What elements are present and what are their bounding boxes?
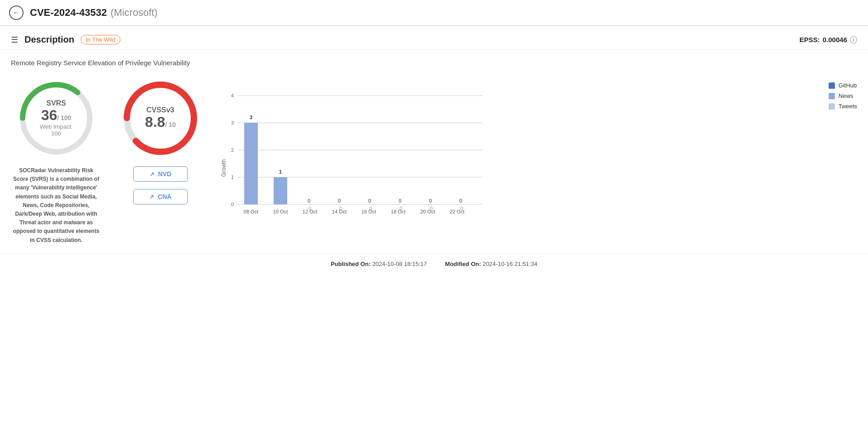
legend-news: News [829, 92, 857, 99]
svg-text:0: 0 [429, 198, 432, 203]
cvss-label: CVSSv3 [145, 106, 176, 114]
chart-area: 0 1 2 3 4 Growth 3 1 [219, 77, 857, 233]
back-icon: ← [13, 9, 20, 17]
published-date: Published On: 2024-10-08 18:15:17 [331, 261, 427, 267]
epss-value: 0.00046 [823, 36, 847, 44]
cvss-number: 8.8 [145, 114, 165, 130]
modified-label: Modified On: [445, 261, 481, 267]
section-header: ☰ Description In The Wild EPSS: 0.00046 … [0, 26, 868, 50]
epss-container: EPSS: 0.00046 i [800, 36, 857, 44]
nvd-external-icon: ↗ [149, 171, 154, 178]
svg-text:0: 0 [399, 198, 401, 203]
svrs-gauge-container: SVRS 36/ 100 Web Impact: 100 SOCRadar Vu… [11, 77, 101, 245]
svg-text:18 Oct: 18 Oct [391, 209, 405, 214]
svg-text:16 Oct: 16 Oct [362, 209, 376, 214]
svg-text:0: 0 [338, 198, 341, 203]
section-left: ☰ Description In The Wild [11, 34, 121, 45]
svg-text:3: 3 [231, 120, 234, 126]
svg-text:Growth: Growth [221, 160, 227, 177]
chart-inner: 0 1 2 3 4 Growth 3 1 [219, 77, 820, 233]
svrs-value: 36/ 100 [36, 107, 77, 123]
svg-text:0: 0 [308, 198, 310, 203]
svrs-max: / 100 [57, 114, 71, 121]
cna-button[interactable]: ↗ CNA [133, 189, 188, 204]
published-value: 2024-10-08 18:15:17 [372, 261, 427, 267]
svg-text:1: 1 [231, 174, 234, 180]
back-button[interactable]: ← [9, 5, 24, 20]
in-the-wild-badge: In The Wild [81, 35, 121, 44]
svg-text:1: 1 [279, 169, 282, 174]
legend-github-color [829, 82, 835, 89]
svg-text:0: 0 [231, 202, 234, 207]
legend-tweets-color [829, 103, 835, 110]
cna-label: CNA [158, 193, 171, 200]
nvd-label: NVD [158, 170, 172, 178]
vendor-name: (Microsoft) [111, 7, 158, 19]
svrs-gauge-wrapper: SVRS 36/ 100 Web Impact: 100 [15, 77, 97, 159]
svg-text:4: 4 [231, 93, 234, 98]
footer-dates: Published On: 2024-10-08 18:15:17 Modifi… [0, 254, 868, 272]
published-label: Published On: [331, 261, 371, 267]
legend-tweets: Tweets [829, 103, 857, 110]
chart-legend: GitHub News Tweets [829, 82, 857, 110]
svrs-gauge-center: SVRS 36/ 100 Web Impact: 100 [36, 99, 77, 137]
bar-10oct [274, 177, 287, 204]
cvss-gauge-wrapper: CVSSv3 8.8/ 10 [120, 77, 201, 159]
epss-label: EPSS: [800, 36, 820, 44]
cvss-gauge-center: CVSSv3 8.8/ 10 [145, 106, 176, 130]
vulnerability-title: Remote Registry Service Elevation of Pri… [11, 59, 857, 67]
svg-text:08 Oct: 08 Oct [244, 209, 258, 214]
svg-text:3: 3 [250, 115, 252, 120]
legend-github-label: GitHub [839, 82, 857, 89]
legend-news-color [829, 93, 835, 99]
svg-text:14 Oct: 14 Oct [332, 209, 347, 214]
svg-text:0: 0 [368, 198, 371, 203]
modified-date: Modified On: 2024-10-16 21:51:34 [445, 261, 537, 267]
svg-text:0: 0 [459, 198, 462, 203]
nvd-button[interactable]: ↗ NVD [133, 166, 188, 182]
cna-external-icon: ↗ [149, 193, 154, 200]
metrics-row: SVRS 36/ 100 Web Impact: 100 SOCRadar Vu… [11, 77, 857, 245]
svrs-number: 36 [41, 107, 58, 123]
svg-text:22 Oct: 22 Oct [450, 209, 464, 214]
main-content: Remote Registry Service Elevation of Pri… [0, 50, 868, 254]
svg-text:10 Oct: 10 Oct [273, 209, 288, 214]
cvss-max: / 10 [165, 121, 176, 128]
chart-section: 0 1 2 3 4 Growth 3 1 [219, 77, 857, 233]
page-header: ← CVE-2024-43532 (Microsoft) [0, 0, 868, 26]
svg-text:2: 2 [231, 147, 234, 153]
modified-value: 2024-10-16 21:51:34 [482, 261, 537, 267]
legend-news-label: News [839, 92, 854, 99]
cvss-links: ↗ NVD ↗ CNA [133, 166, 188, 204]
svg-text:20 Oct: 20 Oct [420, 209, 435, 214]
cve-id: CVE-2024-43532 [30, 7, 107, 19]
bar-chart-svg: 0 1 2 3 4 Growth 3 1 [219, 77, 491, 232]
cvss-value: 8.8/ 10 [145, 114, 176, 130]
epss-info-icon[interactable]: i [850, 36, 857, 44]
section-title: Description [24, 34, 74, 45]
bar-08oct [244, 123, 258, 204]
legend-tweets-label: Tweets [839, 103, 857, 110]
svrs-description: SOCRadar Vulnerability Risk Score (SVRS)… [11, 166, 101, 245]
svg-text:12 Oct: 12 Oct [303, 209, 317, 214]
svrs-sub: Web Impact: 100 [36, 124, 77, 137]
cvss-section: CVSSv3 8.8/ 10 ↗ NVD ↗ CNA [120, 77, 201, 204]
legend-github: GitHub [829, 82, 857, 89]
svrs-label: SVRS [36, 99, 77, 107]
description-icon: ☰ [11, 35, 18, 45]
